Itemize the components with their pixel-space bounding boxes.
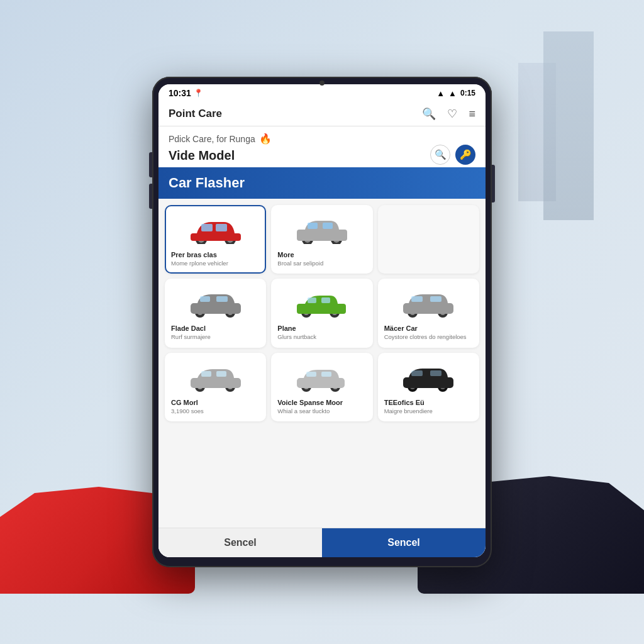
car-image-9	[384, 360, 473, 395]
svg-rect-47	[306, 372, 316, 377]
cars-row-1: Prer bras clas Mome rplone vehicler	[165, 205, 479, 274]
car-svg-5	[294, 289, 350, 318]
car-svg-7	[187, 364, 244, 392]
tablet-camera	[319, 80, 325, 86]
svg-rect-12	[308, 223, 318, 229]
location-icon: 📍	[194, 89, 203, 97]
car-name-7: CG Morl	[171, 399, 260, 406]
car-image-2	[277, 213, 366, 247]
car-svg-2	[294, 216, 350, 244]
car-card-8[interactable]: Voicle Spanse Moor Whial a sear tluckto	[271, 353, 372, 421]
svg-rect-19	[200, 296, 210, 302]
svg-rect-54	[411, 370, 423, 376]
status-bar: 10:31 📍 ▲ ▲ 0:15	[158, 84, 486, 102]
wifi-icon: ▲	[436, 89, 445, 98]
car-name-4: Flade Dacl	[171, 325, 260, 332]
cars-row-2: Flade Dacl Rurf surmajere	[165, 279, 479, 347]
search-icon[interactable]: 🔍	[422, 107, 436, 121]
building-bg-1	[543, 31, 594, 220]
svg-rect-6	[216, 224, 227, 231]
svg-rect-27	[321, 297, 330, 303]
svg-rect-11	[297, 230, 347, 241]
sub-key-button[interactable]: 🔑	[455, 145, 475, 165]
menu-icon[interactable]: ≡	[469, 108, 475, 121]
svg-rect-20	[216, 296, 228, 302]
svg-rect-25	[297, 304, 346, 314]
car-desc-5: Glurs nurtback	[277, 333, 366, 341]
volume-up-button[interactable]	[149, 152, 152, 177]
car-name-6: Mäcer Car	[384, 325, 473, 332]
car-card-3[interactable]	[378, 205, 479, 274]
cars-row-3: CG Morl 3,1900 soes	[165, 353, 479, 421]
svg-rect-32	[403, 303, 453, 314]
car-desc-4: Rurf surmajere	[171, 333, 260, 341]
car-card-6[interactable]: Mäcer Car Coystore clotres do rengiteloe…	[378, 279, 479, 347]
svg-rect-33	[411, 296, 423, 302]
car-name-5: Plane	[277, 325, 366, 332]
car-svg-6	[400, 289, 457, 318]
car-svg-1	[187, 216, 244, 244]
tablet-screen: 10:31 📍 ▲ ▲ 0:15 Point Care 🔍 ♡ ≡ Pdick …	[158, 84, 486, 557]
sub-header-text1: Pdick Care, for Runga	[169, 134, 255, 144]
car-desc-6: Coystore clotres do rengiteloes	[384, 333, 473, 341]
car-image-1	[171, 213, 260, 247]
sub-search-button[interactable]: 🔍	[430, 145, 450, 165]
cars-grid: Prer bras clas Mome rplone vehicler	[158, 199, 486, 528]
car-desc-8: Whial a sear tluckto	[277, 408, 366, 415]
car-image-6	[384, 286, 473, 321]
car-desc-1: Mome rplone vehicler	[171, 260, 260, 267]
status-left: 10:31 📍	[169, 88, 203, 98]
svg-rect-55	[430, 370, 441, 376]
svg-rect-13	[323, 223, 333, 229]
svg-rect-4	[191, 233, 241, 241]
status-time: 10:31	[169, 88, 191, 98]
volume-down-button[interactable]	[149, 184, 152, 209]
nav-title: Point Care	[169, 108, 222, 120]
car-svg-9	[400, 364, 457, 392]
car-name-8: Voicle Spanse Moor	[277, 399, 366, 406]
nav-icons: 🔍 ♡ ≡	[422, 107, 475, 121]
svg-rect-26	[308, 297, 316, 303]
sub-header-line1: Pdick Care, for Runga 🔥	[169, 133, 475, 145]
heart-icon[interactable]: ♡	[447, 107, 457, 121]
car-card-5[interactable]: Plane Glurs nurtback	[271, 279, 372, 347]
sub-header-buttons: 🔍 🔑	[430, 145, 475, 165]
car-card-1[interactable]: Prer bras clas Mome rplone vehicler	[165, 205, 266, 274]
car-image-7	[171, 360, 260, 395]
svg-rect-46	[297, 378, 345, 388]
car-name-2: More	[277, 251, 366, 258]
power-button[interactable]	[492, 165, 495, 203]
select-button[interactable]: Sencel	[322, 528, 486, 557]
car-desc-7: 3,1900 soes	[171, 408, 260, 415]
sub-header-line2: Vide Model	[169, 148, 235, 163]
car-image-8	[277, 360, 366, 395]
svg-rect-18	[191, 303, 241, 314]
fire-icon: 🔥	[259, 133, 272, 145]
car-desc-2: Broal sar selipoid	[277, 260, 366, 267]
bottom-buttons: Sencel Sencel	[158, 528, 486, 557]
tablet-frame: 10:31 📍 ▲ ▲ 0:15 Point Care 🔍 ♡ ≡ Pdick …	[152, 77, 492, 567]
car-desc-9: Maigre bruendiere	[384, 408, 473, 415]
car-name-9: TEEofics Eü	[384, 399, 473, 406]
car-card-9[interactable]: TEEofics Eü Maigre bruendiere	[378, 353, 479, 421]
svg-rect-34	[430, 296, 441, 302]
svg-rect-5	[201, 224, 213, 231]
nav-bar: Point Care 🔍 ♡ ≡	[158, 102, 486, 126]
signal-icon: ▲	[448, 89, 457, 98]
car-svg-8	[294, 364, 350, 392]
sub-header-row: Vide Model 🔍 🔑	[169, 145, 475, 165]
car-svg-4	[187, 289, 244, 318]
battery-text: 0:15	[460, 89, 475, 97]
svg-rect-39	[191, 378, 241, 388]
car-image-4	[171, 286, 260, 321]
flasher-title: Car Flasher	[169, 175, 245, 191]
flasher-header: Car Flasher	[158, 167, 486, 199]
sub-header: Pdick Care, for Runga 🔥 Vide Model 🔍 🔑	[158, 126, 486, 167]
svg-rect-41	[216, 371, 226, 377]
svg-rect-40	[201, 371, 211, 377]
cancel-button[interactable]: Sencel	[158, 528, 322, 557]
car-card-7[interactable]: CG Morl 3,1900 soes	[165, 353, 266, 421]
car-card-4[interactable]: Flade Dacl Rurf surmajere	[165, 279, 266, 347]
car-card-2[interactable]: More Broal sar selipoid	[271, 205, 372, 274]
status-right: ▲ ▲ 0:15	[436, 89, 475, 98]
